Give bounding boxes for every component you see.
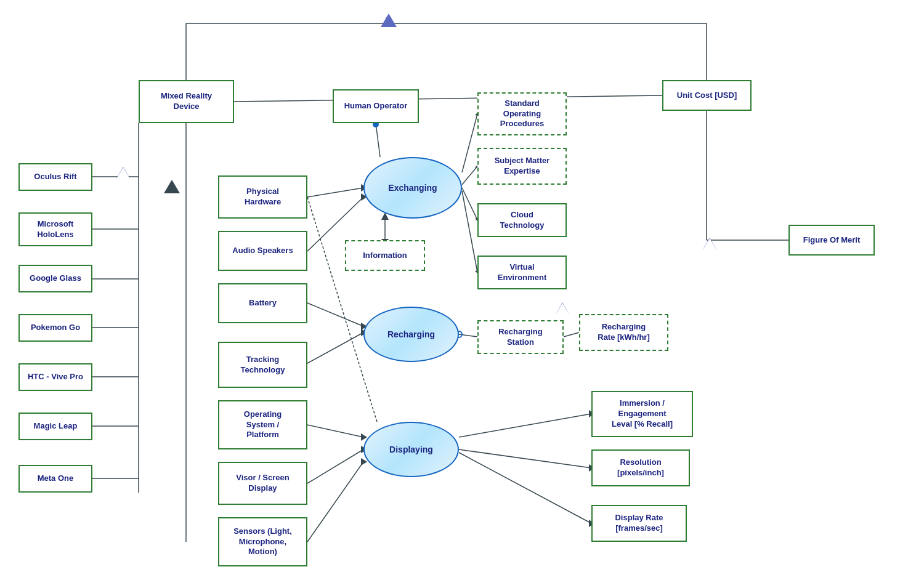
svg-line-38 xyxy=(307,425,363,437)
triangle-left-outline xyxy=(116,167,131,180)
node-audio_speakers: Audio Speakers xyxy=(218,231,307,271)
node-physical_hardware: PhysicalHardware xyxy=(218,175,307,219)
svg-line-40 xyxy=(307,449,363,483)
svg-line-44 xyxy=(307,197,377,422)
node-virtual_environment: VirtualEnvironment xyxy=(477,256,567,289)
node-standard_ops: StandardOperatingProcedures xyxy=(477,92,567,135)
svg-line-23 xyxy=(462,166,477,185)
triangle-recharging xyxy=(556,303,569,315)
node-meta_one: Meta One xyxy=(18,465,92,493)
node-recharging_station: RechargingStation xyxy=(477,320,564,354)
node-magic_leap: Magic Leap xyxy=(18,413,92,440)
node-battery: Battery xyxy=(218,283,307,323)
node-sensors: Sensors (Light,Microphone,Motion) xyxy=(218,517,307,566)
node-information: Information xyxy=(345,240,425,271)
svg-line-45 xyxy=(459,414,591,437)
node-microsoft_hololens: MicrosoftHoloLens xyxy=(18,212,92,246)
node-resolution: Resolution[pixels/inch] xyxy=(591,449,690,486)
node-cloud_technology: CloudTechnology xyxy=(477,203,567,237)
triangle-fom xyxy=(702,238,717,251)
svg-line-29 xyxy=(376,123,380,157)
ellipse-exchanging: Exchanging xyxy=(363,157,462,219)
node-unit_cost: Unit Cost [USD] xyxy=(662,80,752,111)
svg-line-31 xyxy=(307,303,363,326)
node-recharging_rate: RechargingRate [kWh/hr] xyxy=(579,314,668,351)
node-display_rate: Display Rate[frames/sec] xyxy=(591,505,687,542)
svg-line-21 xyxy=(462,114,477,172)
node-figure_of_merit: Figure Of Merit xyxy=(788,225,875,256)
ellipse-recharging: Recharging xyxy=(363,307,459,362)
svg-line-27 xyxy=(462,191,477,272)
triangle-left-filled xyxy=(164,180,180,193)
svg-line-49 xyxy=(459,453,591,523)
svg-line-42 xyxy=(307,462,363,542)
triangle-top xyxy=(381,14,397,27)
svg-line-37 xyxy=(564,332,579,337)
node-oculus_rift: Oculus Rift xyxy=(18,163,92,191)
svg-line-25 xyxy=(462,188,477,220)
node-tracking_technology: TrackingTechnology xyxy=(218,342,307,388)
node-visor_screen: Visor / ScreenDisplay xyxy=(218,462,307,505)
node-pokemon_go: Pokemon Go xyxy=(18,314,92,342)
node-human_operator: Human Operator xyxy=(333,89,419,123)
svg-line-35 xyxy=(459,334,477,337)
node-subject_matter: Subject MatterExpertise xyxy=(477,148,567,185)
svg-line-14 xyxy=(307,188,363,197)
node-immersion: Immersion /EngagementLeval [% Recall] xyxy=(591,391,693,437)
node-mixed_reality_device: Mixed RealityDevice xyxy=(139,80,234,123)
diagram: Mixed RealityDeviceHuman OperatorUnit Co… xyxy=(0,0,924,588)
svg-line-53 xyxy=(234,95,662,102)
node-htc_vive: HTC - Vive Pro xyxy=(18,363,92,391)
svg-line-47 xyxy=(459,449,591,468)
ellipse-displaying: Displaying xyxy=(363,422,459,477)
svg-line-33 xyxy=(307,332,363,363)
node-operating_system: OperatingSystem /Platform xyxy=(218,400,307,449)
node-google_glass: Google Glass xyxy=(18,265,92,292)
